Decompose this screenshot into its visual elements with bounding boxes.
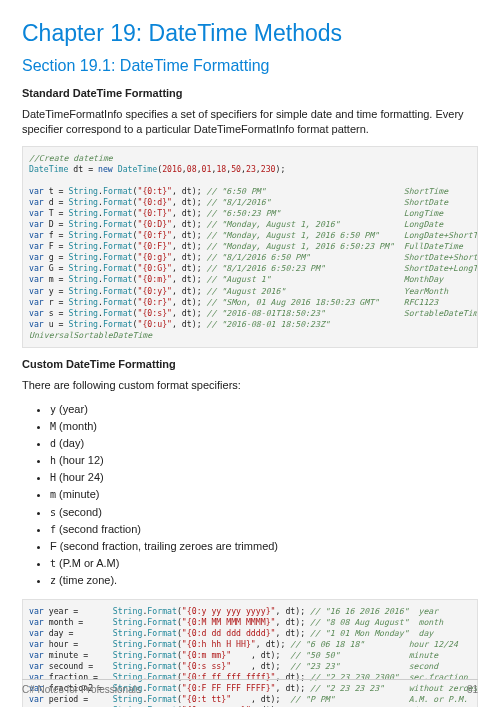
list-item: f (second fraction) xyxy=(50,521,478,538)
custom-intro: There are following custom format specif… xyxy=(22,378,478,393)
footer-page-number: 81 xyxy=(467,684,478,695)
list-item: F (second fraction, trailing zeroes are … xyxy=(50,538,478,555)
heading-custom: Custom DateTime Formatting xyxy=(22,358,478,370)
list-item: z (time zone). xyxy=(50,572,478,589)
list-item: m (minute) xyxy=(50,486,478,503)
list-item: H (hour 24) xyxy=(50,469,478,486)
chapter-title: Chapter 19: DateTime Methods xyxy=(22,20,478,47)
code-block-standard: //Create datetime DateTime dt = new Date… xyxy=(22,146,478,348)
heading-standard: Standard DateTime Formatting xyxy=(22,87,478,99)
specifier-list: y (year)M (month)d (day)h (hour 12)H (ho… xyxy=(22,401,478,589)
list-item: y (year) xyxy=(50,401,478,418)
list-item: d (day) xyxy=(50,435,478,452)
section-title: Section 19.1: DateTime Formatting xyxy=(22,57,478,75)
footer-left: C# Notes for Professionals xyxy=(22,684,141,695)
intro-paragraph: DateTimeFormatInfo specifies a set of sp… xyxy=(22,107,478,138)
list-item: t (P.M or A.M) xyxy=(50,555,478,572)
page-footer: C# Notes for Professionals 81 xyxy=(22,679,478,695)
list-item: M (month) xyxy=(50,418,478,435)
list-item: s (second) xyxy=(50,504,478,521)
list-item: h (hour 12) xyxy=(50,452,478,469)
